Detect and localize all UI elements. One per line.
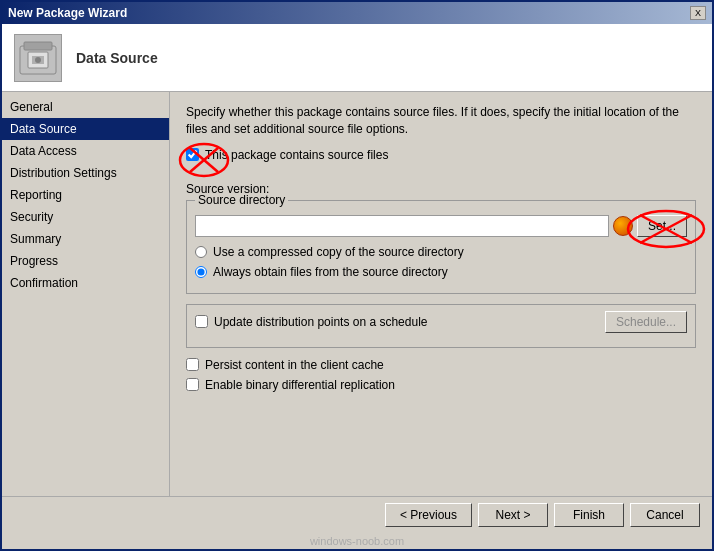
contains-source-row: This package contains source files [186, 148, 388, 162]
sidebar-item-confirmation[interactable]: Confirmation [2, 272, 169, 294]
radio-compressed-row: Use a compressed copy of the source dire… [195, 245, 687, 259]
sidebar-item-data-source[interactable]: Data Source [2, 118, 169, 140]
finish-button[interactable]: Finish [554, 503, 624, 527]
radio-always-row: Always obtain files from the source dire… [195, 265, 687, 279]
header-icon [14, 34, 62, 82]
sidebar-item-general[interactable]: General [2, 96, 169, 118]
wizard-window: New Package Wizard X Data Source General… [0, 0, 714, 551]
title-bar: New Package Wizard X [2, 2, 712, 24]
sidebar-item-reporting[interactable]: Reporting [2, 184, 169, 206]
contains-source-label: This package contains source files [205, 148, 388, 162]
schedule-label: Update distribution points on a schedule [214, 315, 427, 329]
contains-source-checkbox[interactable] [186, 148, 199, 161]
watermark: windows-noob.com [2, 533, 712, 549]
source-dir-input[interactable] [195, 215, 609, 237]
sidebar-item-progress[interactable]: Progress [2, 250, 169, 272]
schedule-checkbox-row: Update distribution points on a schedule… [195, 311, 687, 333]
binary-diff-checkbox[interactable] [186, 378, 199, 391]
description-text: Specify whether this package contains so… [186, 104, 696, 138]
title-bar-controls: X [690, 6, 706, 20]
window-title: New Package Wizard [8, 6, 127, 20]
binary-diff-row: Enable binary differential replication [186, 378, 696, 392]
source-dir-row: Set... [195, 215, 687, 237]
header-title: Data Source [76, 50, 158, 66]
radio-compressed-label: Use a compressed copy of the source dire… [213, 245, 464, 259]
content-area: General Data Source Data Access Distribu… [2, 92, 712, 496]
next-button[interactable]: Next > [478, 503, 548, 527]
persist-checkbox[interactable] [186, 358, 199, 371]
close-button[interactable]: X [690, 6, 706, 20]
source-dir-icon [613, 216, 633, 236]
main-content: Specify whether this package contains so… [170, 92, 712, 496]
svg-rect-1 [24, 42, 52, 50]
radio-compressed[interactable] [195, 246, 207, 258]
schedule-button[interactable]: Schedule... [605, 311, 687, 333]
sidebar: General Data Source Data Access Distribu… [2, 92, 170, 496]
sidebar-item-summary[interactable]: Summary [2, 228, 169, 250]
binary-diff-label: Enable binary differential replication [205, 378, 395, 392]
svg-point-4 [35, 57, 41, 63]
source-dir-group: Source directory Set... [186, 200, 696, 294]
schedule-group: Update distribution points on a schedule… [186, 304, 696, 348]
sidebar-item-security[interactable]: Security [2, 206, 169, 228]
radio-always-label: Always obtain files from the source dire… [213, 265, 448, 279]
schedule-checkbox[interactable] [195, 315, 208, 328]
set-button[interactable]: Set... [637, 215, 687, 237]
cancel-button[interactable]: Cancel [630, 503, 700, 527]
persist-row: Persist content in the client cache [186, 358, 696, 372]
persist-label: Persist content in the client cache [205, 358, 384, 372]
sidebar-item-distribution-settings[interactable]: Distribution Settings [2, 162, 169, 184]
radio-always[interactable] [195, 266, 207, 278]
source-dir-legend: Source directory [195, 193, 288, 207]
sidebar-item-data-access[interactable]: Data Access [2, 140, 169, 162]
header-area: Data Source [2, 24, 712, 92]
previous-button[interactable]: < Previous [385, 503, 472, 527]
footer: < Previous Next > Finish Cancel [2, 496, 712, 533]
